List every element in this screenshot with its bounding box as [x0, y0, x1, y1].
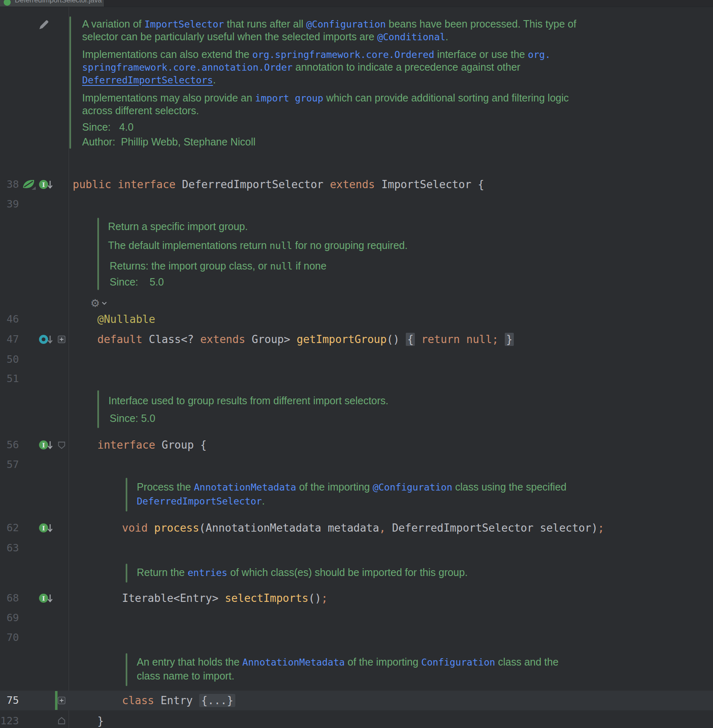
code-segment: interface [118, 178, 176, 191]
doc-segment: The default implementations return [108, 240, 269, 251]
doc-segment: of the importing [296, 481, 373, 493]
getimportgroup-javadoc-line: Returns: the import group class, or null… [110, 260, 327, 272]
editor-line-38: 38Ipublic interface DeferredImportSelect… [0, 175, 713, 194]
code-line-47[interactable]: default Class<? extends Group> getImport… [97, 329, 514, 349]
implemented-marker-icon[interactable]: I [39, 179, 53, 190]
doc-segment: @Conditional [377, 32, 445, 42]
line-number-69[interactable]: 69 [0, 608, 19, 628]
code-line-62[interactable]: void process(AnnotationMetadata metadata… [122, 518, 604, 538]
edit-comment-pencil-icon[interactable] [38, 18, 50, 31]
code-segment: interface [97, 439, 155, 451]
selectimports-javadoc-bar [126, 564, 127, 583]
line-number-51[interactable]: 51 [0, 369, 19, 389]
line-number-47[interactable]: 47 [0, 329, 19, 349]
code-line-56[interactable]: interface Group { [97, 435, 207, 455]
doc-segment: annotation to indicate a precedence agai… [292, 61, 520, 73]
implemented-marker-icon[interactable]: I [39, 439, 53, 451]
chevron-down-icon [101, 302, 107, 305]
doc-segment: Configuration [421, 657, 495, 668]
class-javadoc-line: Implementations may also provide an impo… [82, 92, 569, 104]
code-line-38[interactable]: public interface DeferredImportSelector … [73, 175, 484, 194]
group-javadoc-line: Since: 5.0 [110, 412, 155, 424]
code-segment: process [154, 522, 199, 534]
doc-segment: null [269, 240, 292, 251]
code-segment [148, 522, 154, 534]
fold-plus-icon[interactable] [58, 335, 67, 343]
editor-line-50: 50 [0, 350, 713, 369]
implemented-marker-icon[interactable]: I [39, 592, 53, 604]
spring-bean-icon[interactable] [22, 178, 36, 191]
line-number-62[interactable]: 62 [0, 518, 19, 538]
line-number-38[interactable]: 38 [0, 175, 19, 194]
code-line-46[interactable]: @Nullable [97, 309, 155, 329]
code-line-123[interactable]: } [97, 711, 104, 728]
tab-deferred-import-selector[interactable]: DeferredImportSelector.java [0, 0, 104, 7]
code-editor: ⚙ A variation of ImportSelector that run… [0, 7, 713, 728]
line-number-68[interactable]: 68 [0, 588, 19, 608]
doc-segment: AnnotationMetadata [242, 657, 345, 668]
code-segment: extends [330, 178, 375, 191]
code-segment: ; [492, 333, 499, 346]
line-number-46[interactable]: 46 [0, 309, 19, 329]
fold-end-icon[interactable] [58, 716, 67, 726]
code-segment: ; [598, 522, 604, 534]
code-segment: } [505, 333, 514, 346]
class-javadoc-line: Implementations can also extend the org.… [82, 48, 551, 60]
class-javadoc-line: selector can be particularly useful when… [82, 30, 448, 43]
selectimports-javadoc-line: Return the entries of which class(es) sh… [137, 566, 468, 578]
class-javadoc-line: Since: 4.0 [82, 121, 133, 133]
line-number-39[interactable]: 39 [0, 194, 19, 214]
doc-segment: of the importing [345, 656, 421, 668]
doc-segment: @Configuration [373, 482, 452, 493]
editor-line-56: 56Iinterface Group { [0, 435, 713, 455]
doc-segment: Implementations may also provide an [82, 92, 255, 104]
editor-line-46: 46@Nullable [0, 309, 713, 329]
doc-segment: springframework.core.annotation.Order [82, 62, 292, 73]
line-number-63[interactable]: 63 [0, 538, 19, 558]
code-segment: Group> [245, 333, 297, 346]
editor-line-63: 63 [0, 538, 713, 558]
code-segment: void [122, 522, 148, 534]
code-segment: extends [200, 333, 245, 346]
class-javadoc-line: A variation of ImportSelector that runs … [82, 18, 576, 30]
line-number-70[interactable]: 70 [0, 628, 19, 647]
code-segment: getImportGroup [297, 333, 386, 346]
editor-line-39: 39 [0, 194, 713, 214]
doc-segment: Return a specific import group. [108, 221, 248, 232]
doc-segment: . [262, 495, 265, 507]
fold-plus-icon[interactable] [58, 696, 67, 705]
code-segment: Class<? [143, 333, 200, 346]
doc-segment: across different selectors. [82, 105, 199, 116]
line-number-56[interactable]: 56 [0, 435, 19, 455]
fold-start-icon[interactable] [58, 440, 67, 449]
doc-segment: A variation of [82, 18, 144, 30]
inlay-settings-widget[interactable]: ⚙ [90, 297, 107, 309]
line-number-75[interactable]: 75 [0, 691, 19, 710]
doc-segment: Returns: the import group class, or [110, 260, 270, 272]
doc-segment: Since: 5.0 [110, 412, 155, 424]
class-icon [4, 0, 11, 6]
group-javadoc-line: Interface used to group results from dif… [108, 394, 389, 407]
doc-segment: . [446, 31, 448, 42]
editor-tab-bar: DeferredImportSelector.java [0, 0, 713, 7]
code-segment: DeferredImportSelector [175, 178, 330, 191]
editor-line-51: 51 [0, 369, 713, 389]
line-number-57[interactable]: 57 [0, 455, 19, 475]
getimportgroup-javadoc-line: Since: 5.0 [110, 276, 164, 288]
code-segment: () [386, 333, 406, 346]
doc-segment: DeferredImportSelectors [82, 75, 213, 85]
editor-line-47: 47default Class<? extends Group> getImpo… [0, 329, 713, 349]
overridden-marker-icon[interactable] [39, 334, 53, 345]
doc-segment: Implementations can also extend the [82, 48, 252, 60]
doc-segment: DeferredImportSelector [137, 496, 262, 507]
editor-line-75: 75class Entry {...} [0, 691, 713, 710]
line-number-123[interactable]: 123 [0, 711, 19, 728]
code-line-75[interactable]: class Entry {...} [122, 691, 235, 710]
line-number-50[interactable]: 50 [0, 350, 19, 369]
code-line-68[interactable]: Iterable<Entry> selectImports(); [122, 588, 328, 608]
class-javadoc-bar [69, 16, 71, 149]
implemented-marker-icon[interactable]: I [39, 522, 53, 534]
code-segment: } [97, 715, 104, 727]
code-segment: () [308, 592, 321, 604]
code-segment: Entry [154, 694, 199, 707]
